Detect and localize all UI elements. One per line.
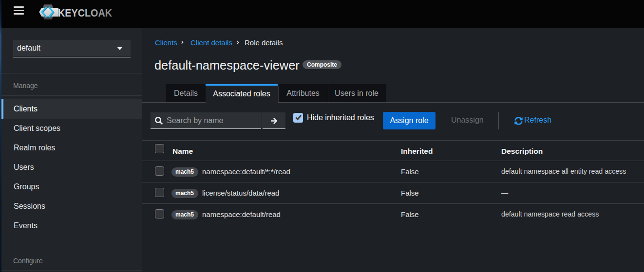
svg-text:KEYCLOAK: KEYCLOAK	[58, 7, 112, 19]
